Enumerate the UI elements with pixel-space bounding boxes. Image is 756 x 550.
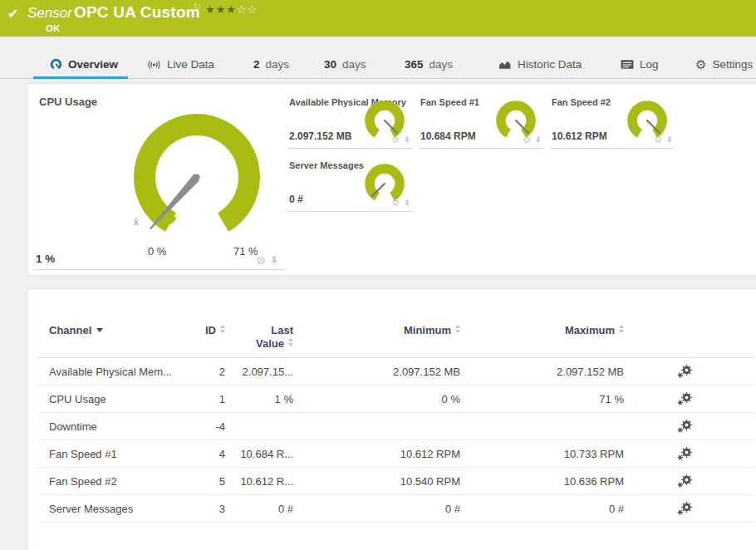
channel-name: Available Physical Mem... — [38, 366, 194, 378]
channel-name: Downtime — [38, 420, 194, 433]
table-header: Channel ID LastValue Minimum Maximum — [38, 321, 754, 358]
tab-label: Log — [640, 58, 659, 71]
table-row-server-messages[interactable]: Server Messages 3 0 # 0 # 0 # — [38, 495, 754, 523]
gauges-panel: CPU Usage x̄ 0 % 71 % 1 % ⚙ Available Ph… — [27, 83, 756, 276]
tab-overview[interactable]: Overview — [50, 58, 118, 71]
log-list-icon — [621, 59, 634, 70]
pin-icon[interactable] — [270, 256, 278, 266]
tab-365-days[interactable]: 365 days — [405, 58, 453, 71]
tab-number: 30 — [324, 58, 336, 71]
gauge-title: Fan Speed #2 — [552, 97, 611, 107]
area-chart-icon — [498, 59, 512, 70]
priority-stars[interactable]: ★★★☆☆ — [205, 3, 258, 16]
channel-id: 3 — [194, 503, 225, 515]
last-value: 0 # — [225, 503, 293, 515]
channel-name: Server Messages — [38, 503, 194, 515]
minimum-value: 10.612 RPM — [293, 448, 460, 460]
gauge-current-value: 10.684 RPM — [420, 130, 476, 142]
gauge-min-label: 0 % — [148, 245, 166, 258]
maximum-value: 10.636 RPM — [460, 475, 624, 488]
gauge-current-value: 10.612 RPM — [552, 130, 607, 142]
maximum-value: 71 % — [460, 393, 624, 405]
channel-settings-gears-icon[interactable] — [677, 365, 693, 378]
column-label: Minimum — [404, 324, 451, 336]
gauge-tools: ⚙ — [256, 255, 278, 266]
table-row-fan-speed-1[interactable]: Fan Speed #1 4 10.684 R... 10.612 RPM 10… — [38, 440, 754, 468]
pin-icon[interactable] — [404, 199, 410, 208]
maximum-value: 2.097.152 MB — [460, 366, 624, 378]
tab-bar: Overview Live Data 2 days 30 days 365 da… — [0, 37, 756, 79]
table-row-fan-speed-2[interactable]: Fan Speed #2 5 10.612 R... 10.540 RPM 10… — [38, 468, 754, 495]
minimum-value: 10.540 RPM — [293, 475, 460, 488]
column-label: Value — [256, 337, 284, 350]
maximum-value: 0 # — [460, 503, 624, 515]
tab-live-data[interactable]: Live Data — [147, 58, 214, 71]
column-label: Channel — [49, 324, 91, 336]
channel-settings-gears-icon[interactable] — [677, 474, 693, 488]
tab-30-days[interactable]: 30 days — [324, 58, 366, 71]
last-value: 10.684 R... — [225, 448, 293, 460]
channel-name: Fan Speed #1 — [38, 448, 194, 460]
gear-icon[interactable]: ⚙ — [391, 199, 400, 208]
tab-log[interactable]: Log — [621, 58, 659, 71]
cpu-gauge — [127, 109, 267, 245]
cpu-usage-gauge-block: CPU Usage x̄ 0 % 71 % 1 % ⚙ — [34, 89, 285, 270]
channel-settings-gears-icon[interactable] — [677, 502, 693, 515]
channel-settings-gears-icon[interactable] — [677, 447, 693, 460]
channel-settings-gears-icon[interactable] — [677, 420, 693, 433]
gauge-title: Server Messages — [289, 160, 364, 170]
gauge-icon — [50, 58, 62, 71]
average-marker: x̄ — [134, 217, 139, 227]
tab-label: Settings — [712, 58, 753, 71]
column-label: ID — [205, 324, 216, 336]
pin-icon[interactable] — [404, 136, 410, 145]
maximum-value: 10.733 RPM — [460, 448, 624, 460]
pin-icon[interactable] — [666, 136, 673, 145]
mini-gauge-server-messages: Server Messages 0 # ⚙ — [287, 157, 412, 212]
stars-filled: ★★★ — [205, 3, 237, 16]
table-row-available-physical-memory[interactable]: Available Physical Mem... 2 2.097.15... … — [38, 358, 754, 385]
tab-2-days[interactable]: 2 days — [253, 58, 289, 71]
last-value: 2.097.15... — [225, 366, 293, 378]
gauge-title: CPU Usage — [39, 96, 97, 108]
sensor-kind-label: Sensor — [27, 5, 72, 22]
flag-icon[interactable]: ⚐ — [193, 2, 202, 13]
column-label: Last — [271, 324, 293, 336]
channel-settings-gears-icon[interactable] — [677, 392, 693, 405]
minimum-value: 2.097.152 MB — [293, 366, 460, 378]
gauge-current-value: 2.097.152 MB — [289, 130, 351, 142]
tab-label: days — [430, 58, 454, 71]
gauge-tools: ⚙ — [391, 135, 410, 145]
column-header-maximum[interactable]: Maximum — [460, 321, 624, 336]
channel-id: -4 — [194, 420, 225, 433]
gear-icon: ⚙ — [695, 58, 706, 71]
mini-gauge-fan1: Fan Speed #1 10.684 RPM ⚙ — [419, 94, 543, 149]
tab-settings[interactable]: ⚙ Settings — [695, 58, 753, 71]
table-row-cpu-usage[interactable]: CPU Usage 1 1 % 0 % 71 % — [38, 385, 754, 413]
tab-label: days — [266, 58, 290, 71]
table-row-downtime[interactable]: Downtime -4 — [38, 413, 754, 440]
tab-label: Live Data — [167, 58, 214, 71]
sensor-title: OPC UA Custom — [74, 3, 200, 22]
gauge-max-label: 71 % — [233, 245, 258, 258]
gear-icon[interactable]: ⚙ — [654, 135, 662, 145]
sort-icon — [288, 338, 293, 346]
gauge-tools: ⚙ — [523, 135, 542, 145]
mini-gauge-memory: Available Physical Memory 2.097.152 MB ⚙ — [287, 94, 412, 149]
pin-icon[interactable] — [535, 136, 542, 145]
sensor-header: ✔ Sensor OPC UA Custom ⚐ ★★★☆☆ OK — [0, 0, 756, 37]
column-header-minimum[interactable]: Minimum — [293, 321, 460, 336]
channel-id: 5 — [194, 475, 225, 488]
mini-gauge-fan2: Fan Speed #2 10.612 RPM ⚙ — [550, 94, 675, 149]
gauge-title: Fan Speed #1 — [420, 97, 479, 107]
gear-icon[interactable]: ⚙ — [523, 135, 531, 145]
column-header-channel[interactable]: Channel — [38, 321, 194, 336]
tab-historic-data[interactable]: Historic Data — [498, 58, 582, 71]
gear-icon[interactable]: ⚙ — [391, 135, 400, 145]
column-header-last-value[interactable]: LastValue — [225, 321, 293, 351]
minimum-value: 0 % — [293, 393, 460, 405]
minimum-value: 0 # — [293, 503, 460, 515]
gear-icon[interactable]: ⚙ — [256, 255, 266, 266]
column-header-id[interactable]: ID — [194, 321, 225, 336]
tab-number: 2 — [253, 58, 260, 71]
